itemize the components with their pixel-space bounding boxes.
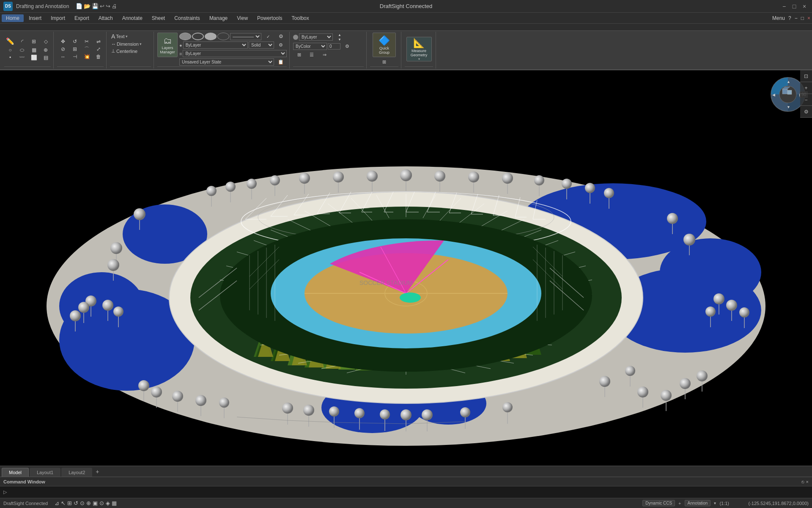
point-btn[interactable]: • — [4, 54, 16, 61]
explode-btn[interactable]: 💥 — [81, 53, 93, 60]
maximize-button[interactable]: □ — [790, 2, 798, 11]
dimension-dropdown-icon[interactable]: ▾ — [140, 42, 142, 46]
rotate-btn[interactable]: ↺ — [69, 38, 81, 45]
bylayer2-select[interactable]: ByLayer — [183, 50, 287, 57]
polyline-btn[interactable]: 〰 — [16, 54, 28, 61]
bylayer-select[interactable]: ByLayer — [183, 41, 248, 49]
circle-btn[interactable]: ○ — [4, 47, 16, 53]
menu-attach[interactable]: Attach — [94, 14, 117, 22]
quick-group-btn[interactable]: 🔷 Quick Group — [373, 33, 396, 57]
app-max-icon[interactable]: □ — [801, 15, 804, 21]
fillet-btn[interactable]: ⌒ — [81, 46, 93, 52]
scale-btn[interactable]: ⤢ — [93, 46, 104, 52]
settings-btn[interactable]: ⚙ — [800, 106, 812, 118]
menu-constraints[interactable]: Constraints — [170, 14, 204, 22]
status-icon6[interactable]: ⊕ — [86, 500, 91, 506]
layout2-tab[interactable]: Layout2 — [61, 468, 92, 477]
app-min-icon[interactable]: − — [795, 15, 798, 21]
layer-circle2-btn[interactable] — [217, 33, 229, 40]
command-content[interactable]: ▷ — [0, 486, 812, 498]
offset-btn[interactable]: ⊘ — [57, 46, 69, 52]
save-icon[interactable]: 💾 — [92, 3, 99, 9]
fit-btn[interactable]: ⊡ — [800, 70, 812, 82]
status-icon5[interactable]: ⊙ — [80, 500, 85, 506]
prop-down-btn[interactable]: ▼ — [334, 37, 346, 41]
layout1-tab[interactable]: Layout1 — [30, 468, 60, 477]
status-icon10[interactable]: ▦ — [112, 500, 117, 506]
status-icon2[interactable]: ↖ — [61, 500, 66, 506]
grid-btn[interactable]: ⊞ — [28, 37, 40, 46]
menu-import[interactable]: Import — [47, 14, 69, 22]
layer-state-select[interactable]: Unsaved Layer State — [179, 58, 274, 66]
layer-settings-btn[interactable]: ⚙ — [275, 33, 287, 40]
app-close-icon[interactable]: × — [807, 15, 810, 21]
ellipse-btn[interactable]: ⬭ — [16, 47, 28, 53]
new-icon[interactable]: 📄 — [76, 3, 82, 9]
layer-circle-btn[interactable] — [192, 33, 204, 40]
viewport[interactable]: SOCCER STADIUM — [0, 70, 812, 466]
cmd-float-icon[interactable]: ⎋ — [801, 479, 804, 484]
move-btn[interactable]: ✥ — [57, 38, 69, 45]
menu-toolbox[interactable]: Toolbox — [287, 14, 313, 22]
match-prop-btn[interactable]: ⇒ — [318, 51, 330, 58]
text-dropdown-icon[interactable]: ▾ — [126, 34, 128, 39]
erase-btn[interactable]: 🗑 — [93, 53, 104, 60]
check-btn[interactable]: ✓ — [262, 33, 274, 40]
stretch-btn[interactable]: ↔ — [57, 53, 69, 60]
prop-up-btn[interactable]: ▲ — [334, 33, 346, 37]
undo-icon[interactable]: ↩ — [100, 3, 104, 9]
menu-manage[interactable]: Manage — [205, 14, 232, 22]
menu-powertools[interactable]: Powertools — [253, 14, 286, 22]
menu-label[interactable]: Menu — [772, 15, 785, 21]
command-input[interactable]: ▷ — [3, 489, 809, 495]
hatch-btn[interactable]: ▦ — [28, 47, 40, 53]
status-icon9[interactable]: ◈ — [106, 500, 110, 506]
annotation-btn[interactable]: Annotation — [685, 500, 711, 506]
zoom-out-btn[interactable]: − — [800, 94, 812, 106]
redo-icon[interactable]: ↪ — [106, 3, 110, 9]
shape-btn[interactable]: ◇ — [40, 37, 52, 46]
arc-btn[interactable]: ◜ — [16, 37, 28, 46]
annotation-dropdown[interactable]: ▾ — [714, 501, 716, 505]
print-icon[interactable]: 🖨 — [112, 3, 117, 9]
prop-settings-btn[interactable]: ⚙ — [341, 43, 353, 50]
solid-select[interactable]: Solid — [249, 41, 274, 49]
status-icon3[interactable]: ⊞ — [67, 500, 72, 506]
table-btn[interactable]: ▤ — [40, 54, 52, 61]
trim-btn[interactable]: ✂ — [81, 38, 93, 45]
status-icon1[interactable]: ⊿ — [55, 500, 59, 506]
dynamic-ccs-btn[interactable]: Dynamic CCS — [642, 500, 675, 506]
layer-tools-btn[interactable]: ⚙ — [275, 41, 287, 49]
menu-export[interactable]: Export — [70, 14, 93, 22]
help-icon[interactable]: ? — [788, 15, 791, 21]
status-plus-icon[interactable]: + — [678, 501, 681, 506]
menu-home[interactable]: Home — [2, 14, 24, 22]
close-button[interactable]: × — [800, 2, 809, 11]
list-view-btn[interactable]: ☰ — [306, 51, 318, 58]
measure-geometry-btn[interactable]: 📐 Measure Geometry ▾ — [406, 37, 432, 61]
status-icon4[interactable]: ↺ — [74, 500, 78, 506]
more-draw-btn[interactable]: ⊕ — [40, 47, 52, 53]
menu-view[interactable]: View — [233, 14, 252, 22]
status-icon8[interactable]: ⊙ — [99, 500, 104, 506]
centerline-btn[interactable]: ⊥ Centerline — [110, 48, 139, 54]
dimension-btn[interactable]: ↔ Dimension ▾ — [110, 41, 143, 47]
group-tools-btn[interactable]: ⊞ — [379, 58, 390, 66]
table-view-btn[interactable]: ⊞ — [293, 51, 305, 58]
extend-btn[interactable]: ⊣ — [69, 53, 81, 60]
add-tab-btn[interactable]: + — [93, 467, 102, 477]
menu-insert[interactable]: Insert — [25, 14, 46, 22]
mirror-btn[interactable]: ⇌ — [93, 38, 104, 45]
menu-sheet[interactable]: Sheet — [148, 14, 169, 22]
model-tab[interactable]: Model — [2, 468, 29, 477]
line-type-select[interactable]: ————— — [230, 33, 261, 40]
minimize-button[interactable]: − — [780, 2, 788, 11]
lineweight-input[interactable] — [328, 43, 340, 50]
layers-manager-btn[interactable]: 🗂 Layers Manager — [157, 33, 178, 57]
bylayer-color-select[interactable]: ByLayer — [299, 33, 333, 41]
cmd-close-icon[interactable]: × — [806, 479, 809, 484]
menu-annotate[interactable]: Annotate — [118, 14, 147, 22]
status-icon7[interactable]: ▣ — [93, 500, 98, 506]
region-btn[interactable]: ⬜ — [28, 54, 40, 61]
zoom-in-btn[interactable]: + — [800, 82, 812, 94]
